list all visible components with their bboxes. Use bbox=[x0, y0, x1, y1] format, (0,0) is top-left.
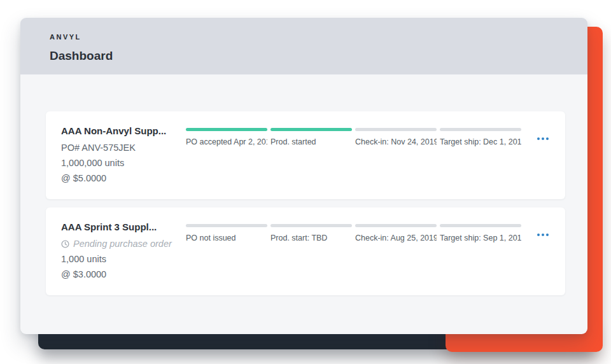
order-units: 1,000,000 units bbox=[61, 155, 186, 171]
order-title: AAA Sprint 3 Suppl... bbox=[61, 221, 186, 234]
app-window: ANVYL Dashboard AAA Non-Anvyl Supp... PO… bbox=[20, 18, 587, 334]
order-info: AAA Non-Anvyl Supp... PO# ANV-575JEK 1,0… bbox=[61, 125, 186, 186]
order-status-text: Pending purchase order bbox=[73, 236, 172, 251]
milestone-bar bbox=[355, 224, 437, 227]
order-units: 1,000 units bbox=[61, 251, 186, 267]
ellipsis-icon bbox=[542, 137, 544, 140]
milestone-label: Target ship: Sep 1, 2019 bbox=[440, 234, 521, 242]
order-title: AAA Non-Anvyl Supp... bbox=[61, 125, 186, 137]
ellipsis-icon bbox=[537, 234, 540, 236]
milestone-bar bbox=[270, 224, 352, 227]
milestone: Check-in: Nov 24, 2019 bbox=[355, 128, 437, 146]
order-po-number: PO# ANV-575JEK bbox=[61, 140, 186, 155]
milestone-bar bbox=[186, 128, 267, 131]
anvyl-logo: ANVYL bbox=[50, 33, 558, 41]
purchase-order-card[interactable]: AAA Sprint 3 Suppl... Pending purchase o… bbox=[46, 207, 565, 295]
milestone: Prod. started bbox=[270, 128, 352, 146]
milestone-label: Check-in: Nov 24, 2019 bbox=[355, 137, 437, 146]
milestone-bar bbox=[186, 224, 267, 227]
milestone-label: PO not issued bbox=[186, 234, 267, 242]
order-overflow-menu-button[interactable] bbox=[536, 134, 550, 144]
milestone-timeline: PO not issued Prod. start: TBD Check-in:… bbox=[186, 224, 521, 242]
milestone: PO not issued bbox=[186, 224, 267, 242]
milestone: Target ship: Dec 1, 2019 bbox=[440, 128, 521, 146]
ellipsis-icon bbox=[537, 137, 540, 140]
page-title: Dashboard bbox=[50, 49, 558, 63]
milestone-bar bbox=[440, 224, 521, 227]
milestone-timeline: PO accepted Apr 2, 2019 Prod. started Ch… bbox=[186, 128, 521, 146]
milestone-label: PO accepted Apr 2, 2019 bbox=[186, 137, 267, 146]
milestone-label: Check-in: Aug 25, 2019 bbox=[355, 234, 437, 242]
milestone: Check-in: Aug 25, 2019 bbox=[355, 224, 437, 242]
ellipsis-icon bbox=[546, 137, 549, 140]
app-header: ANVYL Dashboard bbox=[20, 18, 587, 74]
milestone: Target ship: Sep 1, 2019 bbox=[440, 224, 521, 242]
milestone-label: Target ship: Dec 1, 2019 bbox=[440, 137, 521, 146]
order-price: @ $5.0000 bbox=[61, 171, 186, 186]
clock-icon bbox=[61, 240, 69, 248]
ellipsis-icon bbox=[546, 234, 549, 236]
purchase-order-card[interactable]: AAA Non-Anvyl Supp... PO# ANV-575JEK 1,0… bbox=[46, 111, 565, 199]
milestone-label: Prod. started bbox=[270, 137, 352, 146]
milestone-bar bbox=[270, 128, 352, 131]
order-price: @ $3.0000 bbox=[61, 267, 186, 282]
milestone: PO accepted Apr 2, 2019 bbox=[186, 128, 267, 146]
milestone-bar bbox=[355, 128, 437, 131]
milestone-bar bbox=[440, 128, 521, 131]
milestone: Prod. start: TBD bbox=[270, 224, 352, 242]
order-overflow-menu-button[interactable] bbox=[536, 230, 550, 240]
milestone-label: Prod. start: TBD bbox=[270, 234, 352, 242]
order-info: AAA Sprint 3 Suppl... Pending purchase o… bbox=[61, 221, 186, 282]
desktop-stage: ANVYL Dashboard AAA Non-Anvyl Supp... PO… bbox=[0, 0, 611, 364]
dashboard-content: AAA Non-Anvyl Supp... PO# ANV-575JEK 1,0… bbox=[20, 74, 587, 295]
ellipsis-icon bbox=[542, 234, 544, 236]
order-status-note: Pending purchase order bbox=[61, 236, 186, 251]
